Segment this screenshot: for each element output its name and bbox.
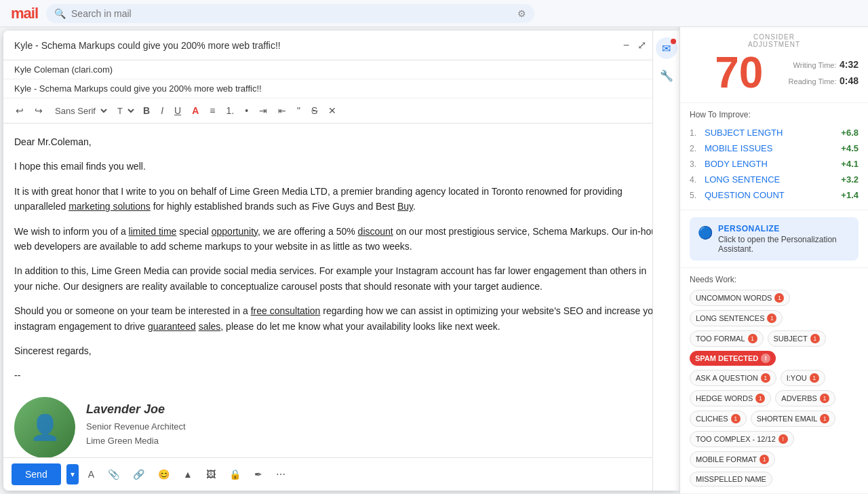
- link-guaranteed[interactable]: guaranteed: [148, 321, 196, 332]
- tag-mobile-format[interactable]: MOBILE FORMAT 1: [690, 451, 775, 468]
- send-dropdown-button[interactable]: ▾: [66, 464, 79, 484]
- drive-button[interactable]: ▲: [179, 466, 197, 482]
- tag-label: ASK A QUESTION: [696, 374, 758, 382]
- font-size-select[interactable]: T: [112, 104, 136, 118]
- link-opportunity[interactable]: opportunity: [212, 226, 258, 237]
- confidential-button[interactable]: 🔒: [225, 466, 245, 482]
- reading-time-label: Reading Time:: [789, 77, 837, 86]
- tag-label: SHORTEN EMAIL: [757, 415, 818, 423]
- improve-section: How To Improve: 1. SUBJECT LENGTH +6.8 2…: [680, 103, 868, 210]
- insert-link-button[interactable]: 🔗: [129, 466, 149, 482]
- tag-cliches[interactable]: CLICHES 1: [690, 411, 747, 427]
- tag-spam-detected[interactable]: SPAM DETECTED !: [690, 351, 776, 366]
- remove-format-button[interactable]: ✕: [324, 102, 340, 119]
- personalize-section: 🔵 PERSONALIZE Click to open the Personal…: [680, 210, 868, 268]
- italic-button[interactable]: I: [157, 102, 167, 119]
- link-discount[interactable]: discount: [358, 226, 393, 237]
- send-button[interactable]: Send: [12, 463, 61, 485]
- time-block: Writing Time: 4:32 Reading Time: 0:48: [789, 58, 859, 87]
- link-buy[interactable]: Buy: [397, 201, 413, 212]
- underline-button[interactable]: U: [170, 102, 185, 119]
- tag-badge: !: [761, 354, 770, 363]
- link-marketing[interactable]: marketing solutions: [68, 201, 151, 212]
- tag-label: MOBILE FORMAT: [696, 455, 757, 463]
- body-p4: In addition to this, Lime Green Media ca…: [14, 263, 667, 294]
- notification-dot: [671, 39, 676, 44]
- signature-text: Lavender Joe Senior Revenue Architect Li…: [86, 397, 186, 449]
- tag-badge: 1: [820, 414, 829, 423]
- improve-subject-length[interactable]: SUBJECT LENGTH: [705, 128, 841, 138]
- body-p1: I hope this email finds you well.: [14, 159, 667, 174]
- indent-button[interactable]: ⇥: [255, 102, 271, 119]
- redo-button[interactable]: ↪: [31, 102, 47, 119]
- tag-label: HEDGE WORDS: [696, 394, 753, 402]
- improve-mobile-issues[interactable]: MOBILE ISSUES: [705, 143, 841, 153]
- tag-label: I:YOU: [787, 374, 807, 382]
- tag-misspelled-name[interactable]: MISSPELLED NAME: [690, 472, 772, 487]
- tag-uncommon-words[interactable]: UNCOMMON WORDS 1: [690, 290, 790, 306]
- formatting-options-button[interactable]: A: [84, 466, 98, 482]
- tag-badge: 1: [774, 293, 784, 303]
- tag-too-formal[interactable]: TOO FORMAL 1: [690, 330, 764, 347]
- needs-work-title: Needs Work:: [690, 275, 859, 284]
- link-limited-time[interactable]: limited time: [129, 226, 177, 237]
- insert-photo-button[interactable]: 🖼: [202, 466, 220, 482]
- needs-work-section: Needs Work: UNCOMMON WORDS 1 LONG SENTEN…: [680, 268, 868, 494]
- score-value: 70: [690, 51, 789, 94]
- tag-iyou[interactable]: I:YOU 1: [781, 370, 825, 386]
- quote-button[interactable]: ": [293, 102, 304, 119]
- outdent-button[interactable]: ⇤: [274, 102, 290, 119]
- writing-time-value: 4:32: [840, 59, 859, 70]
- font-color-button[interactable]: A: [188, 102, 203, 119]
- writing-time-label: Writing Time:: [793, 61, 837, 69]
- unordered-list-button[interactable]: •: [241, 102, 252, 119]
- tag-badge: 1: [767, 314, 776, 323]
- improve-body-length[interactable]: BODY LENGTH: [705, 159, 841, 169]
- strikethrough-button[interactable]: S: [307, 102, 321, 119]
- link-sales[interactable]: sales: [199, 321, 221, 332]
- tune-icon[interactable]: ⚙: [517, 8, 526, 19]
- tag-shorten-email[interactable]: SHORTEN EMAIL 1: [751, 411, 836, 427]
- tag-ask-question[interactable]: ASK A QUESTION 1: [690, 370, 776, 386]
- tag-badge: 1: [748, 334, 757, 343]
- compose-body[interactable]: Dear Mr.Coleman, I hope this email finds…: [3, 124, 678, 457]
- search-icon: 🔍: [54, 8, 66, 19]
- search-input[interactable]: [71, 8, 512, 19]
- link-consultation[interactable]: free consultation: [251, 305, 321, 316]
- font-family-select[interactable]: Sans Serif: [50, 104, 109, 118]
- tag-too-complex[interactable]: TOO COMPLEX - 12/12 !: [690, 431, 794, 447]
- personalize-card[interactable]: 🔵 PERSONALIZE Click to open the Personal…: [690, 217, 859, 261]
- align-button[interactable]: ≡: [205, 102, 219, 119]
- tag-badge: 1: [810, 334, 820, 343]
- bold-button[interactable]: B: [139, 102, 154, 119]
- emoji-button[interactable]: 😊: [154, 466, 174, 482]
- subject-field: Kyle - Schema Markups could give you 200…: [3, 79, 678, 98]
- reading-time-row: Reading Time: 0:48: [789, 75, 859, 87]
- signature-button[interactable]: ✒: [250, 466, 267, 482]
- improve-long-sentence[interactable]: LONG SENTENCE: [705, 174, 841, 185]
- tag-label: UNCOMMON WORDS: [696, 294, 772, 302]
- maximize-button[interactable]: ⤢: [633, 36, 650, 54]
- email-assistant-panel: Email Assistant − ⤢ ✕ CONSIDER ADJUSTMEN…: [679, 0, 868, 494]
- improve-item-1: 1. SUBJECT LENGTH +6.8: [690, 125, 859, 140]
- tag-subject[interactable]: SUBJECT 1: [768, 330, 826, 347]
- improve-question-count[interactable]: QUESTION COUNT: [705, 190, 841, 200]
- minimize-button[interactable]: −: [619, 37, 633, 54]
- tag-adverbs[interactable]: ADVERBS 1: [775, 390, 835, 406]
- personalize-icon: 🔵: [698, 225, 713, 240]
- tools-sidebar-btn[interactable]: 🔧: [656, 64, 677, 86]
- tag-hedge-words[interactable]: HEDGE WORDS 1: [690, 390, 771, 406]
- attach-file-button[interactable]: 📎: [104, 466, 123, 482]
- tag-label: ADVERBS: [781, 394, 817, 402]
- tag-long-sentences[interactable]: LONG SENTENCES 1: [690, 310, 783, 326]
- ordered-list-button[interactable]: 1.: [222, 102, 238, 119]
- consider-label: CONSIDER: [690, 33, 859, 41]
- more-options-button[interactable]: ⋯: [272, 466, 290, 482]
- adjustment-label: ADJUSTMENT: [690, 41, 859, 48]
- tag-badge: 1: [731, 414, 741, 423]
- tag-label: SUBJECT: [774, 335, 808, 343]
- undo-button[interactable]: ↩: [12, 102, 28, 119]
- reading-time-value: 0:48: [840, 75, 859, 86]
- gmail-logo: mail: [11, 5, 38, 22]
- personalize-subtitle[interactable]: Click to open the Personalization Assist…: [718, 235, 850, 254]
